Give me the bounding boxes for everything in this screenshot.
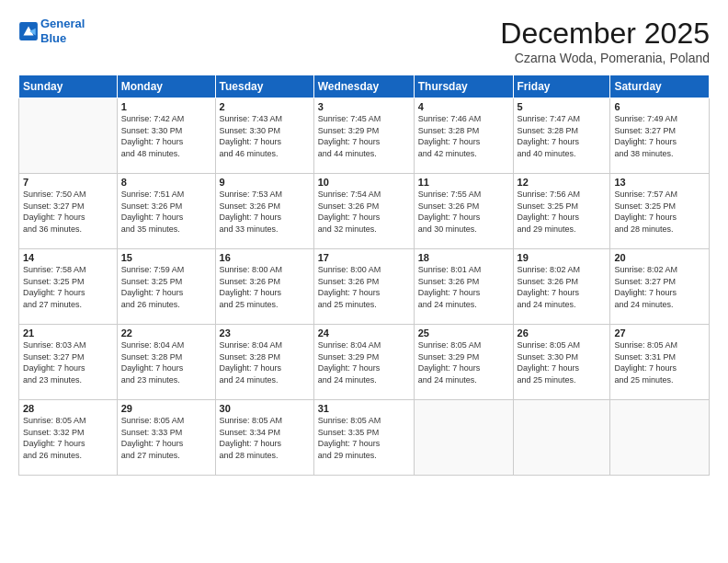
day-number: 16 <box>220 252 310 263</box>
day-info: Sunrise: 7:58 AM Sunset: 3:25 PM Dayligh… <box>23 264 113 310</box>
day-number: 7 <box>23 177 113 188</box>
day-number: 29 <box>121 403 211 414</box>
calendar-cell <box>610 400 710 476</box>
day-info: Sunrise: 8:03 AM Sunset: 3:27 PM Dayligh… <box>23 339 113 385</box>
day-info: Sunrise: 7:42 AM Sunset: 3:30 PM Dayligh… <box>121 113 211 159</box>
day-number: 6 <box>614 101 705 112</box>
day-info: Sunrise: 8:04 AM Sunset: 3:29 PM Dayligh… <box>318 339 410 385</box>
calendar-cell: 24Sunrise: 8:04 AM Sunset: 3:29 PM Dayli… <box>313 325 414 400</box>
day-info: Sunrise: 8:00 AM Sunset: 3:26 PM Dayligh… <box>318 264 410 310</box>
logo-line1: General <box>40 17 85 30</box>
week-row-2: 14Sunrise: 7:58 AM Sunset: 3:25 PM Dayli… <box>19 249 710 325</box>
day-info: Sunrise: 7:51 AM Sunset: 3:26 PM Dayligh… <box>121 189 211 235</box>
calendar-cell <box>513 400 610 476</box>
calendar-cell: 2Sunrise: 7:43 AM Sunset: 3:30 PM Daylig… <box>215 98 313 174</box>
day-info: Sunrise: 7:59 AM Sunset: 3:25 PM Dayligh… <box>121 264 211 310</box>
day-info: Sunrise: 7:50 AM Sunset: 3:27 PM Dayligh… <box>23 189 113 235</box>
day-info: Sunrise: 8:04 AM Sunset: 3:28 PM Dayligh… <box>220 339 310 385</box>
logo: General Blue <box>18 17 85 45</box>
weekday-row: SundayMondayTuesdayWednesdayThursdayFrid… <box>19 75 710 98</box>
calendar-table: SundayMondayTuesdayWednesdayThursdayFrid… <box>18 75 710 476</box>
day-number: 12 <box>518 177 607 188</box>
day-number: 11 <box>418 177 509 188</box>
day-number: 23 <box>220 327 310 339</box>
day-number: 27 <box>614 327 705 339</box>
calendar-cell: 26Sunrise: 8:05 AM Sunset: 3:30 PM Dayli… <box>513 325 610 400</box>
calendar-cell: 5Sunrise: 7:47 AM Sunset: 3:28 PM Daylig… <box>513 98 610 174</box>
page: General Blue December 2025 Czarna Woda, … <box>0 0 728 563</box>
month-title: December 2025 <box>500 17 710 51</box>
week-row-4: 28Sunrise: 8:05 AM Sunset: 3:32 PM Dayli… <box>19 400 710 476</box>
day-info: Sunrise: 8:05 AM Sunset: 3:35 PM Dayligh… <box>318 415 410 461</box>
day-info: Sunrise: 8:01 AM Sunset: 3:26 PM Dayligh… <box>418 264 509 310</box>
calendar-cell: 25Sunrise: 8:05 AM Sunset: 3:29 PM Dayli… <box>414 325 513 400</box>
day-number: 8 <box>121 177 211 188</box>
calendar-cell: 20Sunrise: 8:02 AM Sunset: 3:27 PM Dayli… <box>610 249 710 325</box>
day-number: 15 <box>121 252 211 263</box>
day-number: 14 <box>23 252 113 263</box>
calendar-cell: 4Sunrise: 7:46 AM Sunset: 3:28 PM Daylig… <box>414 98 513 174</box>
day-info: Sunrise: 7:45 AM Sunset: 3:29 PM Dayligh… <box>318 113 410 159</box>
day-info: Sunrise: 7:47 AM Sunset: 3:28 PM Dayligh… <box>518 113 607 159</box>
day-number: 19 <box>518 252 607 263</box>
calendar-cell: 27Sunrise: 8:05 AM Sunset: 3:31 PM Dayli… <box>610 325 710 400</box>
calendar-cell: 9Sunrise: 7:53 AM Sunset: 3:26 PM Daylig… <box>215 174 313 249</box>
day-number: 13 <box>614 177 705 188</box>
calendar-cell: 6Sunrise: 7:49 AM Sunset: 3:27 PM Daylig… <box>610 98 710 174</box>
day-info: Sunrise: 7:55 AM Sunset: 3:26 PM Dayligh… <box>418 189 509 235</box>
weekday-header-thursday: Thursday <box>414 75 513 98</box>
weekday-header-wednesday: Wednesday <box>313 75 414 98</box>
calendar-cell: 28Sunrise: 8:05 AM Sunset: 3:32 PM Dayli… <box>19 400 118 476</box>
week-row-3: 21Sunrise: 8:03 AM Sunset: 3:27 PM Dayli… <box>19 325 710 400</box>
calendar-cell: 19Sunrise: 8:02 AM Sunset: 3:26 PM Dayli… <box>513 249 610 325</box>
day-number: 1 <box>121 101 211 112</box>
day-number: 9 <box>220 177 310 188</box>
day-number: 17 <box>318 252 410 263</box>
week-row-1: 7Sunrise: 7:50 AM Sunset: 3:27 PM Daylig… <box>19 174 710 249</box>
calendar-cell: 21Sunrise: 8:03 AM Sunset: 3:27 PM Dayli… <box>19 325 118 400</box>
day-number: 20 <box>614 252 705 263</box>
day-number: 31 <box>318 403 410 414</box>
calendar-cell: 11Sunrise: 7:55 AM Sunset: 3:26 PM Dayli… <box>414 174 513 249</box>
day-info: Sunrise: 8:02 AM Sunset: 3:27 PM Dayligh… <box>614 264 705 310</box>
calendar-cell: 14Sunrise: 7:58 AM Sunset: 3:25 PM Dayli… <box>19 249 118 325</box>
header: General Blue December 2025 Czarna Woda, … <box>18 17 710 65</box>
calendar-cell: 22Sunrise: 8:04 AM Sunset: 3:28 PM Dayli… <box>117 325 215 400</box>
day-number: 30 <box>220 403 310 414</box>
weekday-header-saturday: Saturday <box>610 75 710 98</box>
day-number: 10 <box>318 177 410 188</box>
day-number: 3 <box>318 101 410 112</box>
day-number: 2 <box>220 101 310 112</box>
subtitle: Czarna Woda, Pomerania, Poland <box>500 51 710 65</box>
day-info: Sunrise: 7:56 AM Sunset: 3:25 PM Dayligh… <box>518 189 607 235</box>
calendar-body: 1Sunrise: 7:42 AM Sunset: 3:30 PM Daylig… <box>19 98 710 476</box>
day-info: Sunrise: 8:02 AM Sunset: 3:26 PM Dayligh… <box>518 264 607 310</box>
day-info: Sunrise: 8:05 AM Sunset: 3:29 PM Dayligh… <box>418 339 509 385</box>
logo-icon <box>18 21 39 41</box>
calendar-cell: 8Sunrise: 7:51 AM Sunset: 3:26 PM Daylig… <box>117 174 215 249</box>
calendar-cell: 15Sunrise: 7:59 AM Sunset: 3:25 PM Dayli… <box>117 249 215 325</box>
logo-text: General Blue <box>40 17 85 45</box>
calendar-cell <box>414 400 513 476</box>
day-info: Sunrise: 8:05 AM Sunset: 3:33 PM Dayligh… <box>121 415 211 461</box>
day-number: 5 <box>518 101 607 112</box>
calendar-cell: 10Sunrise: 7:54 AM Sunset: 3:26 PM Dayli… <box>313 174 414 249</box>
calendar-cell: 13Sunrise: 7:57 AM Sunset: 3:25 PM Dayli… <box>610 174 710 249</box>
day-info: Sunrise: 7:43 AM Sunset: 3:30 PM Dayligh… <box>220 113 310 159</box>
day-info: Sunrise: 7:54 AM Sunset: 3:26 PM Dayligh… <box>318 189 410 235</box>
title-block: December 2025 Czarna Woda, Pomerania, Po… <box>500 17 710 65</box>
calendar-cell: 1Sunrise: 7:42 AM Sunset: 3:30 PM Daylig… <box>117 98 215 174</box>
day-number: 28 <box>23 403 113 414</box>
weekday-header-tuesday: Tuesday <box>215 75 313 98</box>
day-info: Sunrise: 8:05 AM Sunset: 3:34 PM Dayligh… <box>220 415 310 461</box>
logo-line2: Blue <box>40 31 85 46</box>
day-info: Sunrise: 7:53 AM Sunset: 3:26 PM Dayligh… <box>220 189 310 235</box>
day-info: Sunrise: 8:05 AM Sunset: 3:32 PM Dayligh… <box>23 415 113 461</box>
day-info: Sunrise: 8:04 AM Sunset: 3:28 PM Dayligh… <box>121 339 211 385</box>
calendar-cell: 7Sunrise: 7:50 AM Sunset: 3:27 PM Daylig… <box>19 174 118 249</box>
calendar-cell: 16Sunrise: 8:00 AM Sunset: 3:26 PM Dayli… <box>215 249 313 325</box>
day-info: Sunrise: 7:46 AM Sunset: 3:28 PM Dayligh… <box>418 113 509 159</box>
day-number: 4 <box>418 101 509 112</box>
calendar-cell: 3Sunrise: 7:45 AM Sunset: 3:29 PM Daylig… <box>313 98 414 174</box>
day-info: Sunrise: 8:00 AM Sunset: 3:26 PM Dayligh… <box>220 264 310 310</box>
